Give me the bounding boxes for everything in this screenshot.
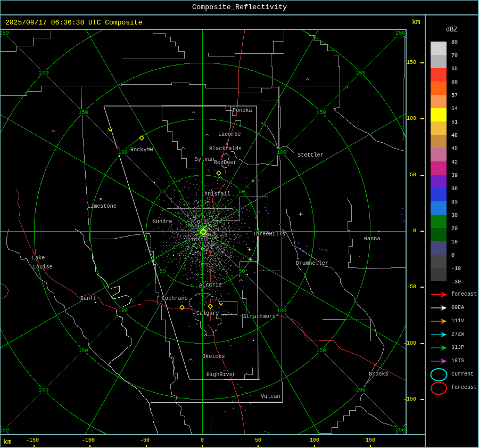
svg-text:Blackfalds: Blackfalds [209,146,242,152]
svg-text:Olds: Olds [197,219,210,225]
svg-text:100: 100 [277,308,286,314]
svg-text:50: 50 [238,268,245,274]
svg-text:Brooks: Brooks [369,371,389,377]
svg-text:Sundre: Sundre [153,219,172,225]
svg-text:Sylvan: Sylvan [195,157,214,162]
svg-text:Ponoka: Ponoka [233,108,252,113]
svg-text:Banff: Banff [80,296,97,302]
svg-text:Strathmore: Strathmore [243,314,276,320]
svg-text:50: 50 [159,189,166,195]
svg-text:150: 150 [79,348,88,354]
svg-text:Didsbury: Didsbury [187,237,213,243]
svg-text:150: 150 [316,110,326,116]
svg-text:Okotoks: Okotoks [202,354,225,360]
svg-text:ThreeHills: ThreeHills [253,231,285,237]
svg-text:Vulcan: Vulcan [261,394,280,400]
svg-text:150: 150 [316,348,326,354]
svg-text:200: 200 [39,387,48,393]
svg-text:250: 250 [0,427,9,433]
svg-text:Innisfail: Innisfail [201,191,230,197]
svg-text:Cochrane: Cochrane [162,296,188,302]
svg-text:100: 100 [277,150,286,156]
svg-text:Hanna: Hanna [364,236,381,242]
svg-text:HighRiver: HighRiver [207,372,236,378]
svg-text:250: 250 [395,427,405,433]
svg-text:200: 200 [356,387,366,393]
svg-text:*: * [251,179,254,186]
svg-text:Limestone: Limestone [87,203,117,209]
svg-text:200: 200 [39,70,48,76]
svg-text:Lacombe: Lacombe [218,132,241,137]
svg-text:50: 50 [238,189,245,195]
svg-text:RedDeer: RedDeer [214,160,237,166]
svg-text:150: 150 [79,110,88,116]
svg-text:250: 250 [0,30,9,36]
svg-text:100: 100 [118,150,128,156]
svg-text:200: 200 [356,70,366,76]
svg-text:Airdrie: Airdrie [199,282,222,288]
svg-text:Drumheller: Drumheller [296,260,328,266]
svg-text:250: 250 [395,30,405,36]
svg-text:50: 50 [159,268,166,274]
svg-text:RockyMH: RockyMH [130,147,153,153]
svg-text:100: 100 [118,308,128,314]
svg-text:Calgary: Calgary [196,311,219,316]
svg-text:Louise: Louise [33,264,53,270]
svg-text:Stettler: Stettler [298,152,324,158]
svg-text:Lake: Lake [32,255,45,261]
